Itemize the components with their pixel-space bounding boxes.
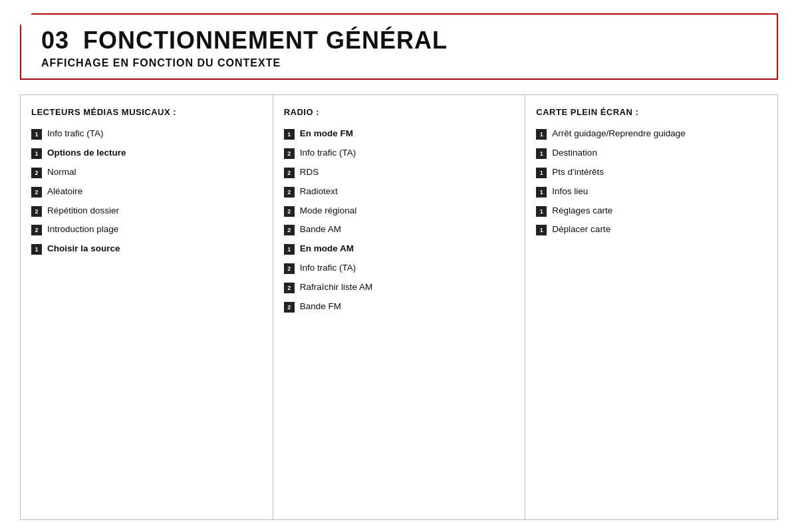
header-main-title: FONCTIONNEMENT GÉNÉRAL [83, 27, 448, 54]
columns-container: LECTEURS MÉDIAS MUSICAUX : 1Info trafic … [20, 94, 778, 520]
item-label: En mode FM [300, 128, 353, 140]
badge: 1 [31, 244, 42, 255]
list-item: 2RDS [284, 166, 515, 179]
list-item: 1Déplacer carte [536, 223, 767, 236]
badge: 2 [284, 283, 295, 293]
badge: 1 [536, 187, 547, 198]
column-radio-title: RADIO : [284, 107, 515, 117]
item-label: Répétition dossier [47, 205, 119, 217]
badge: 2 [31, 187, 42, 198]
list-item: 1Réglages carte [536, 205, 767, 217]
badge: 1 [536, 206, 547, 217]
list-item: 2Bande FM [284, 301, 515, 313]
badge: 1 [536, 129, 547, 140]
list-item: 1Options de lecture [31, 147, 262, 160]
badge: 2 [284, 225, 295, 235]
item-label: Arrêt guidage/Reprendre guidage [552, 128, 685, 140]
badge: 2 [284, 168, 295, 178]
item-label: Mode régional [300, 205, 357, 217]
badge: 1 [31, 129, 42, 140]
item-label: Pts d'intérêts [552, 166, 604, 179]
column-map: CARTE PLEIN ÉCRAN : 1Arrêt guidage/Repre… [525, 94, 778, 520]
header-subtitle: AFFICHAGE EN FONCTION DU CONTEXTE [41, 57, 757, 69]
item-label: Introduction plage [47, 223, 118, 236]
list-item: 1Choisir la source [31, 243, 262, 255]
item-label: Info trafic (TA) [300, 147, 356, 160]
badge: 2 [284, 187, 295, 198]
list-item: 2Aléatoire [31, 186, 262, 198]
badge: 2 [284, 263, 295, 274]
badge: 1 [284, 129, 295, 140]
item-label: Info trafic (TA) [300, 262, 356, 275]
badge: 1 [284, 244, 295, 255]
item-label: Radiotext [300, 186, 338, 198]
item-label: Aléatoire [47, 186, 82, 198]
item-label: Infos lieu [552, 186, 588, 198]
list-item: 1En mode AM [284, 243, 515, 255]
list-item: 2Rafraîchir liste AM [284, 281, 515, 294]
header-box: 03 FONCTIONNEMENT GÉNÉRAL AFFICHAGE EN F… [20, 13, 778, 80]
item-label: RDS [300, 166, 319, 179]
badge: 2 [284, 206, 295, 217]
column-media: LECTEURS MÉDIAS MUSICAUX : 1Info trafic … [20, 94, 273, 520]
item-label: Choisir la source [47, 243, 120, 255]
item-label: En mode AM [300, 243, 354, 255]
item-label: Déplacer carte [552, 223, 610, 236]
list-item: 1Destination [536, 147, 767, 160]
list-item: 2Info trafic (TA) [284, 262, 515, 275]
list-item: 1Infos lieu [536, 186, 767, 198]
column-map-list: 1Arrêt guidage/Reprendre guidage1Destina… [536, 128, 767, 236]
badge: 1 [536, 168, 547, 178]
list-item: 2Bande AM [284, 223, 515, 236]
list-item: 2Introduction plage [31, 223, 262, 236]
list-item: 2Normal [31, 166, 262, 179]
item-label: Bande FM [300, 301, 341, 313]
item-label: Rafraîchir liste AM [300, 281, 373, 294]
badge: 1 [536, 148, 547, 159]
badge: 2 [284, 148, 295, 159]
item-label: Destination [552, 147, 597, 160]
item-label: Réglages carte [552, 205, 612, 217]
list-item: 2Mode régional [284, 205, 515, 217]
list-item: 1Info trafic (TA) [31, 128, 262, 140]
column-map-title: CARTE PLEIN ÉCRAN : [536, 107, 767, 117]
chapter-number: 03 [41, 27, 69, 54]
badge: 1 [31, 148, 42, 159]
column-media-title: LECTEURS MÉDIAS MUSICAUX : [31, 107, 262, 117]
badge: 2 [31, 206, 42, 217]
item-label: Normal [47, 166, 76, 179]
list-item: 2Radiotext [284, 186, 515, 198]
badge: 2 [284, 302, 295, 313]
column-media-list: 1Info trafic (TA)1Options de lecture2Nor… [31, 128, 262, 255]
item-label: Info trafic (TA) [47, 128, 104, 140]
column-radio-list: 1En mode FM2Info trafic (TA)2RDS2Radiote… [284, 128, 515, 313]
list-item: 1En mode FM [284, 128, 515, 140]
list-item: 2Info trafic (TA) [284, 147, 515, 160]
item-label: Bande AM [300, 223, 341, 236]
page: 03 FONCTIONNEMENT GÉNÉRAL AFFICHAGE EN F… [0, 0, 798, 532]
badge: 2 [31, 168, 42, 178]
badge: 2 [31, 225, 42, 235]
column-radio: RADIO : 1En mode FM2Info trafic (TA)2RDS… [273, 94, 526, 520]
item-label: Options de lecture [47, 147, 126, 160]
list-item: 1Pts d'intérêts [536, 166, 767, 179]
list-item: 2Répétition dossier [31, 205, 262, 217]
badge: 1 [536, 225, 547, 235]
list-item: 1Arrêt guidage/Reprendre guidage [536, 128, 767, 140]
header-title: 03 FONCTIONNEMENT GÉNÉRAL [41, 27, 757, 55]
